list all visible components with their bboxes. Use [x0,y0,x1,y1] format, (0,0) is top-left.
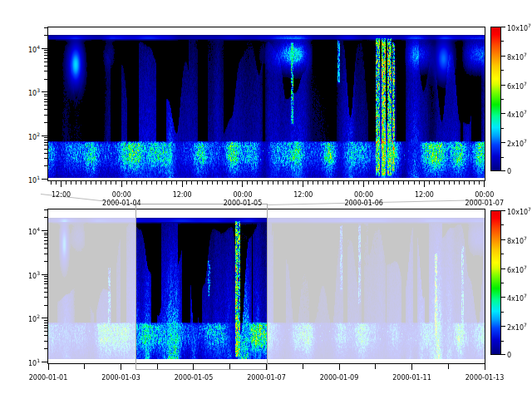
y-minor-tick [44,297,47,298]
y-minor-tick [44,278,47,279]
colorbar-minor-tick [501,254,504,254]
zoom-colorbar[interactable] [490,27,501,171]
context-selection-box[interactable] [135,204,268,370]
y-minor-tick [44,328,47,328]
y-minor-tick [44,79,47,80]
x-minor-tick [252,181,253,185]
x-minor-tick [141,181,142,185]
x-minor-tick [308,181,308,185]
y-minor-tick [44,66,47,66]
zoom-heatmap-canvas[interactable] [48,35,485,178]
y-minor-tick [44,276,47,277]
x-minor-tick [96,181,96,185]
colorbar-major-tick [501,239,505,240]
x-minor-tick [332,181,333,185]
x-minor-tick [403,181,404,185]
colorbar-minor-tick [501,70,504,71]
colorbar-major-tick [501,326,505,327]
x-minor-tick [348,181,349,185]
x-tick-label: 00:00 [354,191,373,199]
x-minor-tick [81,181,81,185]
y-minor-tick [44,122,47,123]
colorbar-minor-tick [501,224,504,225]
y-major-tick [42,318,47,318]
x-minor-tick [157,364,158,369]
x-major-tick [485,364,485,370]
x-minor-tick [222,181,223,185]
x-tick-label: 2000-01-05 [175,374,214,382]
y-minor-tick [44,158,47,159]
x-minor-tick [378,181,379,185]
x-tick-label: 00:00 [233,191,252,199]
x-minor-tick [313,181,313,185]
x-minor-tick [262,181,263,185]
x-minor-tick [419,181,420,185]
y-major-tick [42,179,47,180]
colorbar-major-tick [501,354,505,355]
x-major-tick [363,181,364,187]
colorbar-tick-label: 0 [507,168,511,175]
y-major-tick [42,230,47,231]
y-minor-tick [44,55,47,56]
x-minor-tick [303,364,303,369]
x-minor-tick [116,181,116,185]
x-date-label: 2000-01-05 [224,200,263,207]
y-tick-label: 102 [10,314,40,323]
x-minor-tick [66,181,66,185]
colorbar-tick-label: 10x107 [507,207,531,216]
context-colorbar[interactable] [490,210,501,355]
y-minor-tick [44,140,47,140]
x-minor-tick [448,364,449,369]
y-minor-tick [44,217,47,218]
y-minor-tick [44,71,47,71]
x-minor-tick [217,181,218,185]
x-minor-tick [474,181,475,185]
x-minor-tick [111,181,111,185]
x-minor-tick [479,181,480,185]
y-tick-label: 104 [10,45,40,54]
y-minor-tick [44,283,47,284]
y-minor-tick [44,288,47,288]
colorbar-tick-label: 6x107 [507,81,527,91]
y-tick-label: 102 [10,132,40,141]
y-minor-tick [44,105,47,106]
y-minor-tick [44,101,47,102]
x-date-label: 2000-01-06 [344,200,383,207]
y-minor-tick [44,62,47,62]
y-major-tick [42,48,47,49]
colorbar-major-tick [501,170,505,171]
colorbar-minor-tick [501,128,504,129]
colorbar-tick-label: 8x107 [507,52,527,62]
x-tick-label: 00:00 [475,191,494,199]
x-minor-tick [323,181,323,185]
context-fade-right [267,209,485,363]
y-minor-tick [44,323,47,323]
x-minor-tick [101,181,101,185]
x-minor-tick [232,181,233,185]
x-tick-label: 2000-01-03 [101,374,140,382]
x-minor-tick [212,181,213,185]
x-minor-tick [439,181,440,185]
context-fade-left [48,209,135,363]
colorbar-tick-label: 2x107 [507,323,527,332]
x-minor-tick [368,181,369,185]
colorbar-minor-tick [501,341,504,342]
x-minor-tick [131,181,132,185]
colorbar-major-tick [501,210,505,211]
y-tick-label: 103 [10,271,40,280]
x-major-tick [303,181,303,187]
x-minor-tick [207,181,208,185]
x-major-tick [48,364,49,370]
x-major-tick [411,364,412,370]
x-major-tick [182,181,183,187]
colorbar-major-tick [501,297,505,298]
y-minor-tick [44,244,47,244]
x-minor-tick [126,181,127,185]
zoom-panel-plot[interactable] [47,27,485,181]
x-minor-tick [318,181,318,185]
x-minor-tick [414,181,415,185]
y-minor-tick [44,35,47,36]
y-minor-tick [44,292,47,293]
y-minor-tick [44,209,47,210]
x-minor-tick [202,181,203,185]
